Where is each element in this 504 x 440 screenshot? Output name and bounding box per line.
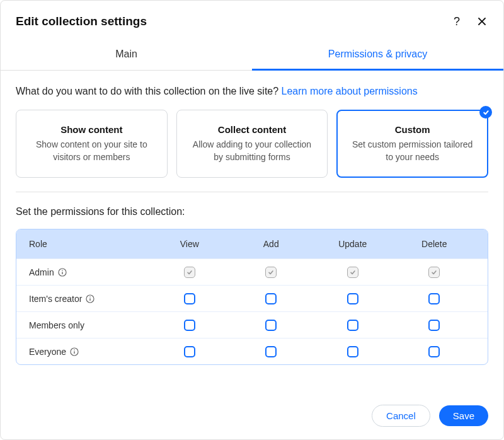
permissions-table: Role View Add Update Delete Admin — [16, 229, 488, 365]
col-add: Add — [231, 239, 312, 249]
question-row: What do you want to do with this collect… — [16, 86, 488, 97]
role-text: Everyone — [29, 347, 66, 357]
close-icon[interactable] — [476, 15, 488, 28]
checkbox-everyone-delete[interactable] — [428, 346, 440, 357]
role-label: Members only — [29, 320, 149, 330]
checkbox-everyone-view[interactable] — [184, 346, 195, 357]
checkbox-everyone-add[interactable] — [265, 346, 277, 357]
table-row-creator: Item's creator — [16, 285, 488, 311]
card-desc: Set custom permission tailored to your n… — [347, 139, 478, 163]
svg-point-4 — [62, 270, 63, 271]
learn-more-link[interactable]: Learn more about permissions — [282, 86, 418, 96]
dialog-header: Edit collection settings ? — [1, 1, 503, 40]
checkbox-members-add[interactable] — [265, 320, 277, 331]
checkbox-creator-view[interactable] — [184, 293, 195, 304]
dialog-title: Edit collection settings — [16, 14, 450, 28]
dialog-footer: Cancel Save — [1, 393, 503, 439]
col-delete: Delete — [394, 239, 476, 249]
tab-permissions[interactable]: Permissions & privacy — [252, 40, 503, 70]
save-button[interactable]: Save — [439, 405, 488, 426]
card-desc: Show content on your site to visitors or… — [26, 139, 157, 163]
col-update: Update — [312, 239, 394, 249]
cancel-button[interactable]: Cancel — [372, 405, 430, 427]
checkbox-everyone-update[interactable] — [347, 346, 358, 357]
checkbox-creator-delete[interactable] — [428, 293, 440, 304]
divider — [16, 192, 488, 192]
checkbox-members-update[interactable] — [347, 320, 358, 331]
info-icon[interactable] — [58, 268, 67, 277]
permissions-heading: Set the permissions for this collection: — [16, 206, 488, 217]
help-icon[interactable]: ? — [450, 15, 463, 28]
svg-point-7 — [90, 296, 91, 298]
role-label: Item's creator — [29, 294, 149, 304]
role-label: Admin — [29, 267, 149, 277]
card-desc: Allow adding to your collection by submi… — [187, 139, 318, 163]
table-row-everyone: Everyone — [16, 338, 488, 364]
table-row-admin: Admin — [16, 258, 488, 285]
info-icon[interactable] — [70, 347, 79, 356]
card-title: Custom — [347, 124, 478, 135]
tabs: Main Permissions & privacy — [1, 40, 503, 71]
role-label: Everyone — [29, 347, 149, 357]
checkbox-admin-update — [347, 267, 358, 278]
selected-check-icon — [479, 106, 492, 119]
role-text: Admin — [29, 267, 54, 277]
col-view: View — [149, 239, 231, 249]
card-custom[interactable]: Custom Set custom permission tailored to… — [336, 110, 488, 178]
card-show-content[interactable]: Show content Show content on your site t… — [16, 110, 168, 178]
checkbox-members-view[interactable] — [184, 320, 195, 331]
info-icon[interactable] — [86, 294, 94, 303]
option-cards: Show content Show content on your site t… — [16, 110, 488, 178]
checkbox-creator-update[interactable] — [347, 293, 358, 304]
table-row-members: Members only — [16, 311, 488, 338]
dialog-content: What do you want to do with this collect… — [1, 71, 503, 393]
checkbox-admin-delete — [428, 267, 440, 278]
checkbox-members-delete[interactable] — [428, 320, 440, 331]
role-text: Members only — [29, 320, 84, 330]
card-collect-content[interactable]: Collect content Allow adding to your col… — [176, 110, 328, 178]
checkbox-admin-view — [184, 267, 195, 278]
question-text: What do you want to do with this collect… — [16, 86, 282, 96]
edit-collection-settings-dialog: Edit collection settings ? Main Permissi… — [0, 0, 504, 440]
tab-main[interactable]: Main — [1, 40, 252, 70]
card-title: Collect content — [187, 124, 318, 135]
role-text: Item's creator — [29, 294, 82, 304]
col-role: Role — [29, 239, 149, 249]
checkbox-admin-add — [265, 267, 277, 278]
svg-point-10 — [74, 349, 75, 350]
card-title: Show content — [26, 124, 157, 135]
checkbox-creator-add[interactable] — [265, 293, 277, 304]
table-header-row: Role View Add Update Delete — [16, 229, 488, 258]
